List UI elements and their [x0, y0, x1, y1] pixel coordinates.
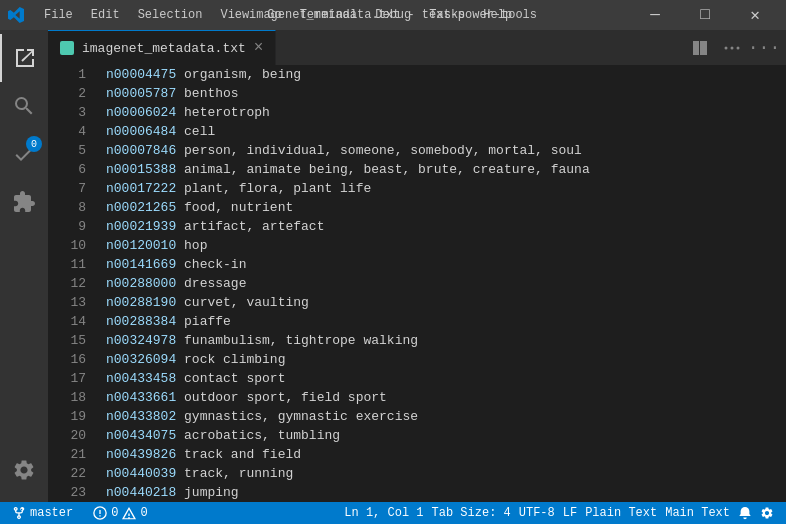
window-title: imagenet_metadata.txt - text-power-tools — [249, 8, 537, 22]
code-line: n00288000 dressage — [106, 274, 772, 293]
line-number: 16 — [48, 350, 86, 369]
code-line: n00326094 rock climbing — [106, 350, 772, 369]
code-line: n00288190 curvet, vaulting — [106, 293, 772, 312]
tab-size[interactable]: Tab Size: 4 — [428, 502, 515, 524]
line-number: 2 — [48, 84, 86, 103]
warning-count: 0 — [140, 506, 147, 520]
cursor-position[interactable]: Ln 1, Col 1 — [340, 502, 427, 524]
activity-source-control[interactable]: 0 — [0, 130, 48, 178]
bell-icon — [738, 506, 752, 520]
git-branch-label: master — [30, 506, 73, 520]
code-line: n00434075 acrobatics, tumbling — [106, 426, 772, 445]
status-right: Ln 1, Col 1 Tab Size: 4 UTF-8 LF Plain T… — [340, 502, 778, 524]
main-text[interactable]: Main Text — [661, 502, 734, 524]
code-line: n00440039 track, running — [106, 464, 772, 483]
line-number: 22 — [48, 464, 86, 483]
line-number: 17 — [48, 369, 86, 388]
code-line: n00433802 gymnastics, gymnastic exercise — [106, 407, 772, 426]
more-actions-button[interactable] — [718, 34, 746, 62]
gear-icon — [760, 506, 774, 520]
encoding[interactable]: UTF-8 — [515, 502, 559, 524]
window-controls: — □ ✕ — [632, 0, 778, 30]
line-number: 20 — [48, 426, 86, 445]
scrollbar-track[interactable] — [772, 65, 786, 502]
line-number: 15 — [48, 331, 86, 350]
code-line: n00324978 funambulism, tightrope walking — [106, 331, 772, 350]
split-editor-button[interactable] — [686, 34, 714, 62]
file-icon — [60, 41, 74, 55]
activity-settings[interactable] — [0, 446, 48, 494]
code-area[interactable]: n00004475 organism, beingn00005787 benth… — [98, 65, 772, 502]
line-numbers: 123456789101112131415161718192021222324 — [48, 65, 98, 502]
code-line: n00017222 plant, flora, plant life — [106, 179, 772, 198]
editor[interactable]: 123456789101112131415161718192021222324 … — [48, 65, 786, 502]
code-line: n00288384 piaffe — [106, 312, 772, 331]
line-number: 10 — [48, 236, 86, 255]
code-line: n00021939 artifact, artefact — [106, 217, 772, 236]
code-line: n00005787 benthos — [106, 84, 772, 103]
close-button[interactable]: ✕ — [732, 0, 778, 30]
menu-selection[interactable]: Selection — [130, 6, 211, 24]
warning-icon — [122, 506, 136, 520]
vscode-logo-icon — [8, 7, 24, 23]
title-bar: File Edit Selection View Go Terminal Deb… — [0, 0, 786, 30]
line-number: 3 — [48, 103, 86, 122]
line-number: 13 — [48, 293, 86, 312]
tab-actions: ··· — [686, 30, 786, 65]
svg-point-2 — [737, 46, 740, 49]
notifications-button[interactable] — [734, 502, 756, 524]
line-number: 8 — [48, 198, 86, 217]
line-number: 14 — [48, 312, 86, 331]
svg-point-1 — [731, 46, 734, 49]
editor-area: imagenet_metadata.txt × ··· 123456789101… — [48, 30, 786, 502]
active-tab[interactable]: imagenet_metadata.txt × — [48, 30, 276, 65]
status-bar: master 0 0 Ln 1, Col 1 Tab Size: 4 UTF-8… — [0, 502, 786, 524]
line-number: 11 — [48, 255, 86, 274]
line-number: 19 — [48, 407, 86, 426]
tab-filename: imagenet_metadata.txt — [82, 41, 246, 56]
activity-explorer[interactable] — [0, 34, 48, 82]
line-number: 9 — [48, 217, 86, 236]
activity-bar: 0 — [0, 30, 48, 502]
branch-icon — [12, 506, 26, 520]
git-branch[interactable]: master — [8, 502, 77, 524]
line-number: 5 — [48, 141, 86, 160]
main-layout: 0 imagenet_metadata.txt × — [0, 30, 786, 502]
code-line: n00439826 track and field — [106, 445, 772, 464]
maximize-button[interactable]: □ — [682, 0, 728, 30]
code-line: n00021265 food, nutrient — [106, 198, 772, 217]
line-number: 18 — [48, 388, 86, 407]
minimize-button[interactable]: — — [632, 0, 678, 30]
line-number: 23 — [48, 483, 86, 502]
error-icon — [93, 506, 107, 520]
error-count: 0 — [111, 506, 118, 520]
settings-icon-status[interactable] — [756, 502, 778, 524]
activity-search[interactable] — [0, 82, 48, 130]
line-number: 4 — [48, 122, 86, 141]
code-line: n00141669 check-in — [106, 255, 772, 274]
code-line: n00006484 cell — [106, 122, 772, 141]
line-number: 21 — [48, 445, 86, 464]
code-line: n00015388 animal, animate being, beast, … — [106, 160, 772, 179]
overflow-button[interactable]: ··· — [750, 34, 778, 62]
menu-file[interactable]: File — [36, 6, 81, 24]
code-line: n00004475 organism, being — [106, 65, 772, 84]
code-line: n00120010 hop — [106, 236, 772, 255]
code-line: n00007846 person, individual, someone, s… — [106, 141, 772, 160]
code-line: n00440218 jumping — [106, 483, 772, 502]
tab-close-button[interactable]: × — [254, 40, 264, 56]
menu-edit[interactable]: Edit — [83, 6, 128, 24]
code-line: n00006024 heterotroph — [106, 103, 772, 122]
line-number: 6 — [48, 160, 86, 179]
line-number: 7 — [48, 179, 86, 198]
line-number: 12 — [48, 274, 86, 293]
errors-warnings[interactable]: 0 0 — [89, 502, 151, 524]
code-line: n00433661 outdoor sport, field sport — [106, 388, 772, 407]
activity-extensions[interactable] — [0, 178, 48, 226]
tab-bar: imagenet_metadata.txt × ··· — [48, 30, 786, 65]
svg-point-0 — [725, 46, 728, 49]
code-line: n00433458 contact sport — [106, 369, 772, 388]
eol[interactable]: LF — [559, 502, 581, 524]
line-number: 1 — [48, 65, 86, 84]
file-type[interactable]: Plain Text — [581, 502, 661, 524]
